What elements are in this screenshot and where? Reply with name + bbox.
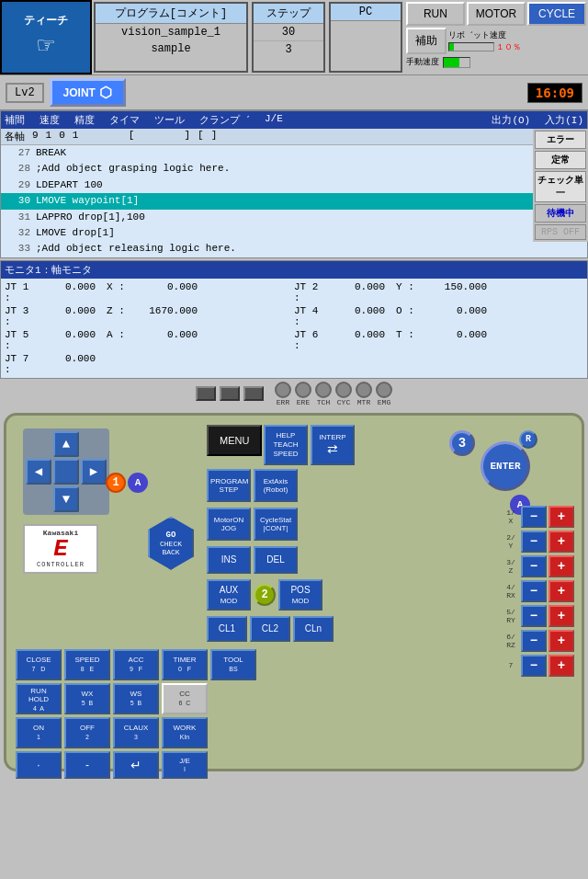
plus-3z[interactable]: + (548, 555, 574, 577)
code-line-29[interactable]: 29 LDEPART 100 (1, 177, 587, 193)
cl1-button[interactable]: CL1 (207, 616, 247, 642)
tool-button[interactable]: TOOLBS (210, 649, 256, 680)
num-row-6: 6/RZ − + (503, 630, 574, 652)
je-button[interactable]: J/EI (162, 751, 208, 779)
ws-button[interactable]: WS5 B (113, 683, 159, 714)
badge-3: 3 (449, 430, 475, 456)
program-name: vision_sample_1 (96, 24, 246, 40)
minus-1x[interactable]: − (521, 506, 547, 528)
monitor-header: モニタ1：軸モニタ (1, 261, 587, 279)
plus-4rx[interactable]: + (548, 580, 574, 602)
hosoku-button[interactable]: 補助 (406, 28, 447, 54)
close-button[interactable]: CLOSE7 D (16, 649, 62, 680)
off-button[interactable]: OFF2 (64, 717, 110, 748)
keyboard-icon-2[interactable] (220, 386, 240, 401)
joint-button[interactable]: JOINT ⬡ (50, 78, 126, 107)
badge-1: 1 (106, 473, 126, 493)
panel-bottom: CLOSE7 D SPEED8 E ACC9 F TIMER0 F TOOLBS… (16, 649, 503, 779)
cl-row: CL1 CL2 CLn (207, 616, 334, 642)
led-emg-label: EMG (378, 398, 390, 406)
menu-btn-container: MENU (207, 425, 262, 456)
ins-button[interactable]: INS (207, 546, 251, 574)
dpad-left[interactable]: ◀ (26, 459, 51, 485)
led-ere-label: ERE (297, 398, 310, 406)
led-tch: TCH (315, 382, 332, 406)
cc-button[interactable]: CC6 C (162, 683, 208, 714)
minus-7[interactable]: − (521, 655, 547, 677)
help-interp-container: HELPTEACHSPEED INTERP ⇄ (264, 425, 355, 465)
enter-button[interactable]: ENTER (481, 441, 530, 491)
controller-panel: ▲ ◀ ▶ ▼ 1 A Kawasaki E CONTROLLER GO CHE… (4, 413, 584, 771)
dpad-up[interactable]: ▲ (53, 431, 79, 457)
dot-button[interactable]: · (16, 751, 62, 779)
row-on-off: ON1 OFF2 CLAUX3 WORKKIn (16, 717, 503, 748)
code-line-33[interactable]: 33 ;Add object releasing logic here. (1, 241, 587, 257)
led-cyc: CYC (335, 382, 352, 406)
run-button[interactable]: RUN (406, 2, 465, 26)
keyboard-icon-3[interactable] (243, 386, 264, 401)
time-display: 16:09 (527, 83, 582, 103)
led-mtr: MTR (356, 382, 372, 406)
minus-5ry[interactable]: − (521, 605, 547, 627)
keyboard-icons (196, 386, 264, 401)
plus-1x[interactable]: + (548, 506, 574, 528)
program-step-button[interactable]: PROGRAMSTEP (207, 469, 251, 502)
monitor-row-2: JT 2 : 0.000 Y : 150.000 (294, 280, 583, 304)
claux-button[interactable]: CLAUX3 (113, 717, 159, 748)
minus-3z[interactable]: − (521, 555, 547, 577)
code-line-28[interactable]: 28 ;Add object grasping logic here. (1, 161, 587, 177)
acc-button[interactable]: ACC9 F (113, 649, 159, 680)
del-button[interactable]: DEL (254, 546, 298, 574)
aux-mod-button[interactable]: AUXMOD (207, 579, 251, 611)
error-item-rps: RPS OFF (535, 224, 586, 240)
code-line-30[interactable]: 30 LMOVE waypoint[1] (1, 193, 587, 209)
help-button[interactable]: HELPTEACHSPEED (264, 425, 308, 465)
run-hold-button[interactable]: RUNHOLD4 A (16, 683, 62, 714)
monitor-row-6: JT 6 : 0.000 T : 0.000 (294, 328, 583, 352)
badge-r: R (519, 430, 537, 449)
ext-axis-button[interactable]: ExtAxis(Robot) (254, 469, 298, 502)
code-line-27[interactable]: 27 BREAK (1, 145, 587, 161)
code-line-32[interactable]: 32 LMOVE drop[1] (1, 225, 587, 241)
keyboard-icon-1[interactable] (196, 386, 216, 401)
minus-6rz[interactable]: − (521, 630, 547, 652)
menu-button[interactable]: MENU (207, 425, 262, 456)
led-emg: EMG (376, 382, 392, 406)
num-row-2: 2/Y − + (503, 531, 574, 553)
minus-2y[interactable]: − (521, 531, 547, 553)
motor-jog-button[interactable]: MotorONJOG (207, 508, 251, 541)
code-line-31[interactable]: 31 LAPPRO drop[1],100 (1, 210, 587, 225)
num-row-4: 4/RX − + (503, 580, 574, 602)
cl2-button[interactable]: CL2 (250, 616, 290, 642)
dpad-right[interactable]: ▶ (81, 459, 107, 485)
teach-label: ティーチ (24, 13, 68, 29)
program-header: プログラム[コメント] (96, 4, 246, 24)
led-ere-light (295, 382, 311, 398)
pc-section: PC (329, 2, 402, 73)
go-check-back-button[interactable]: GO CHECK BACK (148, 517, 194, 570)
minus-4rx[interactable]: − (521, 580, 547, 602)
timer-button[interactable]: TIMER0 F (162, 649, 208, 680)
cln-button[interactable]: CLn (293, 616, 334, 642)
cycle-button[interactable]: CYCLE (527, 2, 586, 26)
dpad-down[interactable]: ▼ (53, 486, 79, 512)
on-button[interactable]: ON1 (16, 717, 62, 748)
work-button[interactable]: WORKKIn (162, 717, 208, 748)
plus-2y[interactable]: + (548, 531, 574, 553)
pos-mod-button[interactable]: POSMOD (278, 579, 322, 611)
speed-button[interactable]: SPEED8 E (64, 649, 110, 680)
wx-button[interactable]: WX5 B (64, 683, 110, 714)
lv2-box: Lv2 (6, 83, 44, 103)
plus-6rz[interactable]: + (548, 630, 574, 652)
code-subheader: 各軸 9 1 0 1 [ ] [ ] (1, 129, 587, 145)
plus-7[interactable]: + (548, 655, 574, 677)
enter-arrow-button[interactable]: ↵ (113, 751, 159, 779)
error-item-waiting: 待機中 (535, 204, 586, 223)
comma-button[interactable]: - (64, 751, 110, 779)
cycle-stat-button[interactable]: CycleStat|CONT| (254, 508, 298, 541)
motor-button[interactable]: MOTOR (467, 2, 526, 26)
plus-5ry[interactable]: + (548, 605, 574, 627)
num-row-1: 1/X − + (503, 506, 574, 528)
monitor-section: モニタ1：軸モニタ JT 1 : 0.000 X : 0.000 JT 2 : … (0, 260, 588, 379)
interp-button[interactable]: INTERP ⇄ (311, 425, 355, 465)
